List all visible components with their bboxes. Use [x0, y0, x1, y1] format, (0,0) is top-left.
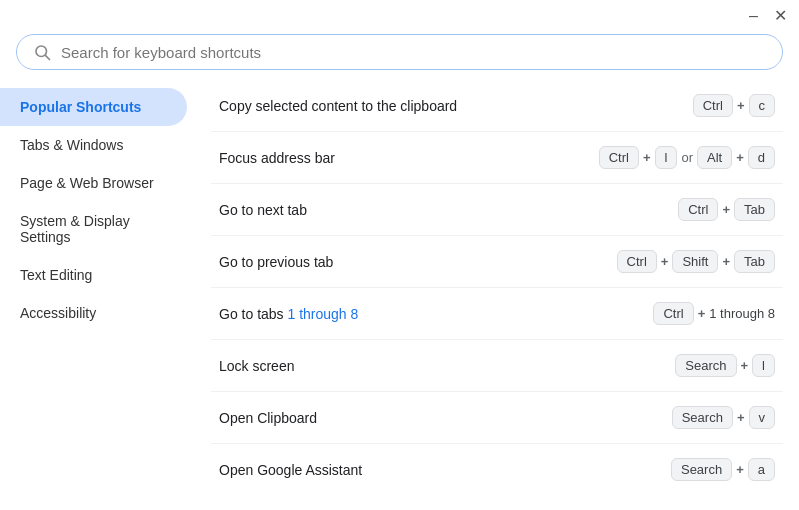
shortcut-keys: Search + v — [672, 406, 775, 429]
sidebar-item-display[interactable]: System & Display Settings — [0, 202, 187, 256]
plus-sign: + — [722, 202, 730, 217]
key-badge: Ctrl — [693, 94, 733, 117]
key-badge: Tab — [734, 198, 775, 221]
shortcut-description: Go to tabs 1 through 8 — [219, 306, 653, 322]
plus-sign: + — [736, 150, 744, 165]
shortcut-row: Copy selected content to the clipboard C… — [211, 80, 783, 132]
plus-sign: + — [722, 254, 730, 269]
key-badge: l — [655, 146, 678, 169]
plus-sign: + — [737, 98, 745, 113]
key-badge: Search — [675, 354, 736, 377]
key-badge: Ctrl — [599, 146, 639, 169]
shortcut-description: Copy selected content to the clipboard — [219, 98, 693, 114]
shortcuts-content: Copy selected content to the clipboard C… — [195, 80, 799, 490]
sidebar-item-popular[interactable]: Popular Shortcuts — [0, 88, 187, 126]
sidebar-item-tabs[interactable]: Tabs & Windows — [0, 126, 187, 164]
minimize-button[interactable]: – — [749, 8, 758, 24]
plus-sign: + — [661, 254, 669, 269]
key-badge: d — [748, 146, 775, 169]
key-badge: l — [752, 354, 775, 377]
title-bar: – ✕ — [0, 0, 799, 28]
shortcut-description: Go to previous tab — [219, 254, 617, 270]
shortcut-row: Open Clipboard Search + v — [211, 392, 783, 444]
or-text: or — [681, 150, 693, 165]
svg-line-1 — [45, 55, 49, 59]
key-badge: Alt — [697, 146, 732, 169]
shortcut-keys: Ctrl + l or Alt + d — [599, 146, 775, 169]
sidebar-item-text[interactable]: Text Editing — [0, 256, 187, 294]
key-badge: Tab — [734, 250, 775, 273]
shortcut-keys: Search + l — [675, 354, 775, 377]
shortcut-description: Focus address bar — [219, 150, 599, 166]
plus-sign: + — [643, 150, 651, 165]
plus-sign: + — [737, 410, 745, 425]
shortcut-keys: Ctrl + Shift + Tab — [617, 250, 775, 273]
sidebar: Popular Shortcuts Tabs & Windows Page & … — [0, 80, 195, 490]
shortcut-description: Open Clipboard — [219, 410, 672, 426]
key-badge: a — [748, 458, 775, 481]
shortcut-row: Lock screen Search + l — [211, 340, 783, 392]
highlight-text: 1 through 8 — [287, 306, 358, 322]
search-input[interactable] — [61, 44, 766, 61]
search-bar — [16, 34, 783, 70]
key-badge: v — [749, 406, 776, 429]
shortcut-keys: Ctrl + 1 through 8 — [653, 302, 775, 325]
key-range-text: 1 through 8 — [709, 306, 775, 321]
shortcut-row: Go to previous tab Ctrl + Shift + Tab — [211, 236, 783, 288]
plus-sign: + — [741, 358, 749, 373]
shortcut-keys: Ctrl + Tab — [678, 198, 775, 221]
plus-sign: + — [736, 462, 744, 477]
key-badge: Search — [672, 406, 733, 429]
shortcut-row: Focus address bar Ctrl + l or Alt + d — [211, 132, 783, 184]
key-badge: Ctrl — [678, 198, 718, 221]
plus-sign: + — [698, 306, 706, 321]
shortcut-description: Lock screen — [219, 358, 675, 374]
search-bar-container — [0, 28, 799, 80]
shortcut-row: Go to tabs 1 through 8 Ctrl + 1 through … — [211, 288, 783, 340]
key-badge: Shift — [672, 250, 718, 273]
shortcut-keys: Search + a — [671, 458, 775, 481]
shortcut-description: Go to next tab — [219, 202, 678, 218]
shortcut-row: Go to next tab Ctrl + Tab — [211, 184, 783, 236]
close-button[interactable]: ✕ — [774, 8, 787, 24]
key-badge: Ctrl — [617, 250, 657, 273]
sidebar-item-browser[interactable]: Page & Web Browser — [0, 164, 187, 202]
key-badge: Ctrl — [653, 302, 693, 325]
search-icon — [33, 43, 51, 61]
main-layout: Popular Shortcuts Tabs & Windows Page & … — [0, 80, 799, 490]
shortcut-description: Open Google Assistant — [219, 462, 671, 478]
sidebar-item-accessibility[interactable]: Accessibility — [0, 294, 187, 332]
shortcut-row: Open Google Assistant Search + a — [211, 444, 783, 490]
shortcut-keys: Ctrl + c — [693, 94, 775, 117]
key-badge: c — [749, 94, 776, 117]
key-badge: Search — [671, 458, 732, 481]
